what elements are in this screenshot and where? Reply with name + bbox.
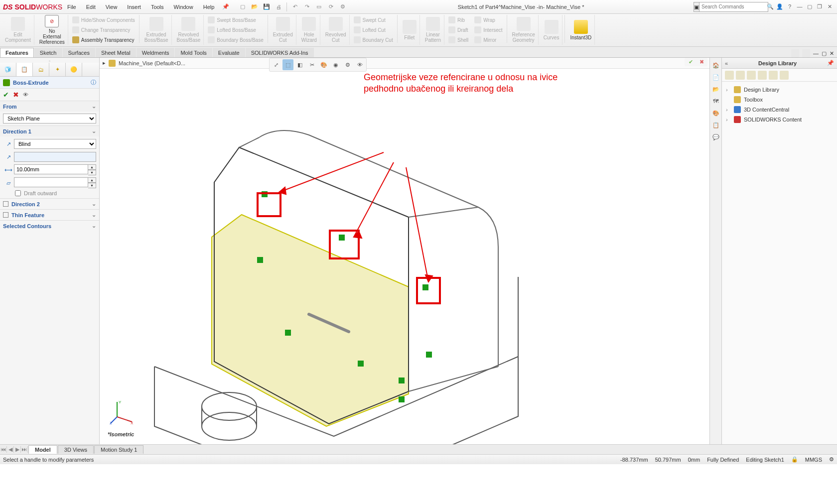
tab-evaluate[interactable]: Evaluate [213,48,245,57]
from-header[interactable]: From⌄ [0,101,99,112]
restore-icon[interactable]: ❐ [816,3,823,10]
fm-tab-config[interactable]: 🗂 [33,63,49,76]
doc-cascade-icon[interactable] [791,49,799,57]
tab-last-icon[interactable]: ⏭ [21,446,28,453]
tab-weldments[interactable]: Weldments [137,48,175,57]
file-explorer-icon[interactable]: 📂 [711,85,720,94]
depth-down[interactable]: ▼ [88,170,96,175]
rebuild-icon[interactable]: ⟳ [325,1,336,12]
dl-add-icon[interactable] [747,71,756,80]
pm-cancel-button[interactable]: ✖ [13,91,19,99]
pm-help-icon[interactable]: ⓘ [91,79,96,86]
dl-search-icon[interactable] [780,71,789,80]
undo-icon[interactable]: ↶ [289,1,300,12]
options-icon[interactable]: ⚙ [337,1,348,12]
save-icon[interactable]: 💾 [261,1,272,12]
draft-down[interactable]: ▼ [88,183,96,188]
instant3d-button[interactable]: Instant3D [567,15,595,45]
collapse-panel-icon[interactable]: « [725,60,728,66]
dl-folder-icon[interactable] [758,71,767,80]
direction-vector-icon[interactable]: ↗ [3,151,14,162]
status-units[interactable]: MMGS [805,457,822,463]
tab-surfaces[interactable]: Surfaces [63,48,95,57]
pm-ok-button[interactable]: ✔ [3,91,9,99]
exit-sketch-cancel-icon[interactable]: ✖ [698,59,705,65]
scene-icon[interactable]: 🎨 [318,59,329,70]
forum-icon[interactable]: 💬 [711,132,720,141]
menu-window[interactable]: Window [169,0,198,14]
fm-tab-tree[interactable]: 🧊 [0,63,16,76]
flyout-tree[interactable]: ▸ Machine_Vise (Default<D... [100,58,709,69]
tab-features[interactable]: Features [0,48,34,57]
menu-file[interactable]: File [62,0,81,14]
menu-edit[interactable]: Edit [81,0,101,14]
tab-prev-icon[interactable]: ◀ [7,446,14,453]
fm-tab-display[interactable]: 🟡 [66,63,82,76]
view-orientation-icon[interactable]: ⬚ [282,59,293,70]
menu-view[interactable]: View [101,0,123,14]
menu-help[interactable]: Help [198,0,220,14]
draft-icon2[interactable]: ▱ [3,177,14,188]
menu-insert[interactable]: Insert [122,0,146,14]
doc-maximize-icon[interactable]: ▢ [822,50,827,57]
user-icon[interactable]: 👤 [776,3,783,10]
doc-tile-icon[interactable] [802,49,810,57]
tab-addins[interactable]: SOLIDWORKS Add-Ins [246,48,314,57]
dl-refresh-icon[interactable] [769,71,778,80]
thin-feature-header[interactable]: Thin Feature⌄ [0,210,99,220]
graphics-viewport[interactable]: ▸ Machine_Vise (Default<D... ⤢ ⬚ ◧ ✂ 🎨 ◉… [100,58,709,444]
tab-next-icon[interactable]: ▶ [14,446,21,453]
status-customize-icon[interactable]: ⚙ [829,456,834,463]
bottom-tab-model[interactable]: Model [28,445,57,454]
minimize-icon[interactable]: — [796,3,803,10]
expand-icon[interactable]: ▸ [103,60,106,66]
resources-icon[interactable]: 📄 [711,73,720,82]
status-lock-icon[interactable]: 🔒 [791,456,798,463]
selected-contours-header[interactable]: Selected Contours⌄ [0,221,99,231]
thin-checkbox[interactable] [3,212,8,218]
pin-panel-icon[interactable]: 📌 [827,60,834,66]
dl-node-3dcc[interactable]: ›3D ContentCentral [726,105,833,115]
home-icon[interactable]: 🏠 [711,61,720,70]
search-input[interactable] [699,4,767,9]
select-icon[interactable]: ▭ [313,1,324,12]
display-style-icon[interactable]: ◧ [294,59,305,70]
tab-sketch[interactable]: Sketch [34,48,62,57]
dl-node-designlibrary[interactable]: ›Design Library [726,85,833,95]
doc-minimize-icon[interactable]: — [813,50,819,56]
fm-tab-dim[interactable]: ✦ [49,63,66,76]
menu-tools[interactable]: Tools [146,0,169,14]
help-icon[interactable]: ? [786,3,793,10]
hide-show-items-icon[interactable]: 👁 [354,59,365,70]
end-condition-select[interactable]: Blind [14,139,96,149]
close-icon[interactable]: ✕ [826,3,833,10]
dl-back-icon[interactable] [725,71,734,80]
exit-sketch-ok-icon[interactable]: ✔ [687,59,695,65]
fm-tab-property[interactable]: 📋 [16,63,33,76]
doc-close-icon[interactable]: ✕ [830,50,834,57]
direction-vector-input[interactable] [14,152,96,162]
pin-icon[interactable]: 📌 [219,3,232,10]
depth-input[interactable] [14,164,88,174]
direction2-checkbox[interactable] [3,201,8,207]
zoom-fit-icon[interactable]: ⤢ [271,59,281,70]
dl-node-swcontent[interactable]: ›SOLIDWORKS Content [726,115,833,125]
tab-first-icon[interactable]: ⏮ [0,446,7,453]
assembly-transparency-button[interactable]: Assembly Transparency [72,35,135,44]
section-icon[interactable]: ✂ [306,59,317,70]
tab-moldtools[interactable]: Mold Tools [175,48,212,57]
pm-preview-icon[interactable]: 👁 [23,92,28,98]
bottom-tab-motion[interactable]: Motion Study 1 [94,445,143,454]
custom-props-icon[interactable]: 📋 [711,121,720,129]
no-external-refs-button[interactable]: ⊘ No External References [36,15,68,45]
search-commands[interactable]: ▣ 🔍 [694,2,768,12]
redo-icon[interactable]: ↷ [301,1,312,12]
search-scope-icon[interactable]: ▣ [694,2,699,11]
bottom-tab-3dviews[interactable]: 3D Views [58,445,94,454]
appearance-icon[interactable]: ◉ [330,59,341,70]
new-icon[interactable]: ▢ [237,1,248,12]
maximize-icon[interactable]: ▢ [806,3,813,10]
view-settings-icon[interactable]: ⚙ [342,59,353,70]
print-icon[interactable]: 🖨 [273,1,284,12]
dl-node-toolbox[interactable]: Toolbox [726,95,833,105]
